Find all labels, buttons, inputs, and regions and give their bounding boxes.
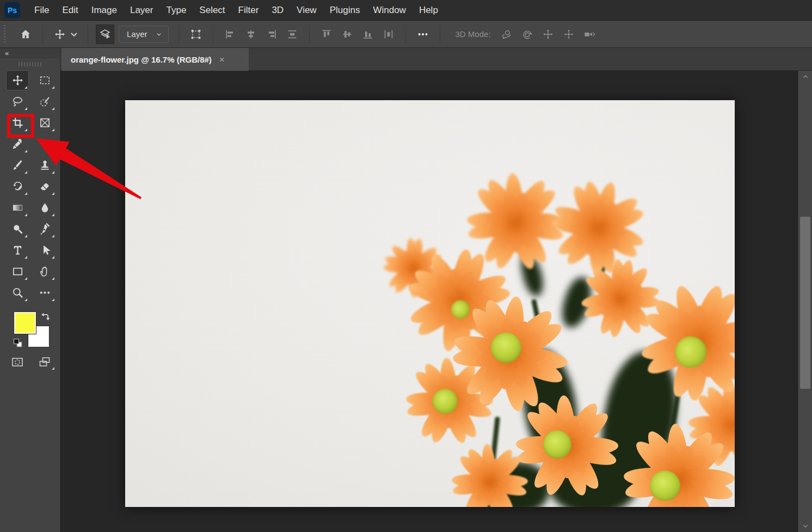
auto-select-layers-icon[interactable]: [96, 25, 114, 44]
3d-pan-icon[interactable]: [539, 25, 557, 44]
tool-brush-button[interactable]: [6, 155, 29, 175]
history-brush-icon: [11, 180, 24, 193]
align-vertical-centers-icon[interactable]: [338, 25, 356, 44]
lasso-icon: [11, 95, 24, 108]
more-options-icon[interactable]: [414, 25, 432, 44]
flower-center: [433, 389, 458, 414]
options-separator: [309, 25, 310, 44]
menu-item-layer[interactable]: Layer: [124, 0, 160, 21]
quick-mask-button[interactable]: [7, 353, 28, 371]
options-bar: Layer3D Mode:: [0, 21, 812, 48]
menu-item-type[interactable]: Type: [159, 0, 193, 21]
options-separator: [88, 25, 88, 44]
tools-panel: «: [0, 48, 60, 532]
blur-icon: [39, 201, 51, 214]
3d-roll-icon[interactable]: [518, 25, 537, 44]
auto-select-target-dropdown[interactable]: Layer: [119, 26, 169, 43]
menu-item-3d[interactable]: 3D: [265, 0, 290, 21]
vertical-scrollbar: [798, 71, 812, 532]
tool-pen-button[interactable]: [33, 219, 56, 239]
close-tab-icon[interactable]: ×: [219, 55, 225, 64]
tool-hand-button[interactable]: [33, 261, 56, 282]
tool-edit-toolbar-button[interactable]: [33, 283, 56, 303]
menu-item-file[interactable]: File: [28, 0, 56, 21]
tool-rectangular-marquee-button[interactable]: [33, 70, 56, 90]
scroll-up-icon[interactable]: [798, 72, 812, 81]
3d-dolly-camera-icon[interactable]: [580, 25, 599, 44]
tool-spot-healing-brush-button[interactable]: [33, 134, 56, 154]
eraser-icon: [39, 180, 51, 193]
3d-slide-icon[interactable]: [559, 25, 578, 44]
tool-clone-stamp-button[interactable]: [33, 155, 56, 175]
tool-zoom-button[interactable]: [6, 283, 29, 303]
distribute-vertically-icon[interactable]: [283, 25, 302, 44]
tool-eraser-button[interactable]: [33, 176, 56, 197]
options-bar-grip[interactable]: [4, 25, 5, 44]
zoom-icon: [11, 286, 24, 299]
menu-item-image[interactable]: Image: [85, 0, 124, 21]
distribute-horizontally-icon[interactable]: [379, 25, 398, 44]
tools-panel-drag-handle[interactable]: [0, 58, 60, 66]
align-bottom-edges-icon[interactable]: [359, 25, 377, 44]
align-top-edges-icon[interactable]: [317, 25, 336, 44]
pen-icon: [39, 223, 51, 235]
default-colors-icon[interactable]: [12, 337, 24, 349]
tool-quick-selection-button[interactable]: [33, 91, 56, 112]
menu-item-edit[interactable]: Edit: [56, 0, 84, 21]
dropdown-selected-value: Layer: [127, 29, 147, 39]
type-icon: [11, 244, 24, 256]
hand-icon: [39, 265, 51, 278]
document-tab-title: orange-flower.jpg @ 16.7% (RGB/8#): [71, 55, 212, 64]
brush-icon: [11, 159, 24, 172]
tool-eyedropper-button[interactable]: [6, 134, 29, 154]
options-separator: [42, 25, 43, 44]
tool-dodge-button[interactable]: [6, 219, 29, 239]
menu-item-window[interactable]: Window: [366, 0, 412, 21]
home-icon[interactable]: [16, 25, 35, 44]
tool-lasso-button[interactable]: [6, 91, 29, 112]
menu-item-help[interactable]: Help: [413, 0, 445, 21]
document-tab-bar: orange-flower.jpg @ 16.7% (RGB/8#) ×: [60, 48, 812, 71]
tool-gradient-button[interactable]: [6, 198, 29, 218]
menu-bar: Ps FileEditImageLayerTypeSelectFilter3DV…: [0, 0, 812, 21]
vertical-scrollbar-thumb[interactable]: [800, 217, 810, 389]
rectangular-marquee-icon: [39, 74, 51, 87]
chevron-down-icon[interactable]: [68, 25, 80, 44]
screen-mode-button[interactable]: [34, 353, 56, 371]
tool-blur-button[interactable]: [33, 198, 56, 218]
move-icon[interactable]: [51, 25, 69, 44]
tool-crop-button[interactable]: [6, 113, 29, 133]
swap-colors-icon[interactable]: [39, 311, 51, 323]
tool-move-button[interactable]: [6, 70, 29, 90]
scroll-down-icon[interactable]: [798, 522, 812, 530]
rectangle-icon: [11, 265, 24, 278]
menu-item-plugins[interactable]: Plugins: [323, 0, 367, 21]
photoshop-logo: Ps: [4, 2, 20, 18]
tools-panel-header: «: [0, 48, 60, 58]
eyedropper-icon: [11, 138, 24, 150]
spot-healing-brush-icon: [39, 138, 51, 150]
collapse-panel-button[interactable]: «: [0, 49, 9, 57]
gradient-icon: [11, 201, 24, 214]
tool-type-button[interactable]: [6, 240, 29, 260]
tool-rectangle-button[interactable]: [6, 261, 29, 282]
path-selection-icon: [39, 244, 51, 256]
clone-stamp-icon: [39, 159, 51, 172]
foreground-color-swatch[interactable]: [14, 312, 36, 334]
align-horizontal-centers-icon[interactable]: [242, 25, 260, 44]
transform-controls-icon[interactable]: [187, 25, 205, 44]
align-right-edges-icon[interactable]: [262, 25, 281, 44]
align-left-edges-icon[interactable]: [221, 25, 239, 44]
3d-orbit-icon[interactable]: [497, 25, 516, 44]
frame-icon: [39, 117, 51, 129]
tool-path-selection-button[interactable]: [33, 240, 56, 260]
menu-item-view[interactable]: View: [290, 0, 323, 21]
canvas-image[interactable]: [125, 100, 735, 507]
tool-frame-button[interactable]: [33, 113, 56, 133]
menu-item-filter[interactable]: Filter: [232, 0, 266, 21]
options-separator: [440, 25, 440, 44]
tool-history-brush-button[interactable]: [6, 176, 29, 197]
document-tab[interactable]: orange-flower.jpg @ 16.7% (RGB/8#) ×: [61, 48, 249, 71]
menu-item-select[interactable]: Select: [193, 0, 231, 21]
crop-icon: [11, 117, 24, 129]
